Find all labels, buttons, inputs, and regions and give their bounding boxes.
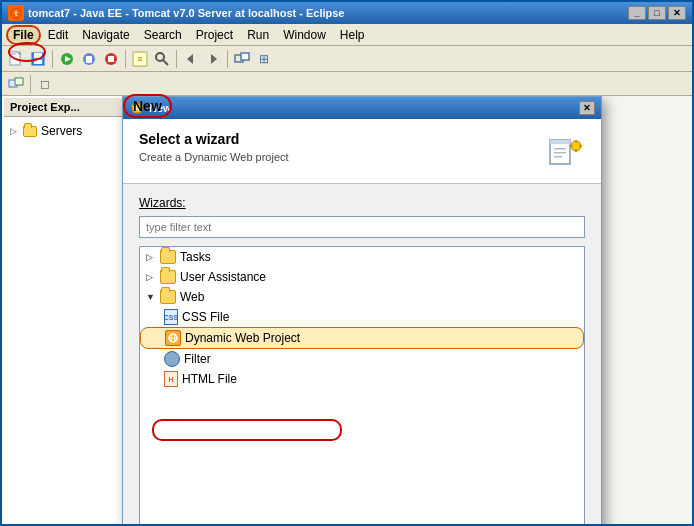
debug-button[interactable] [79, 49, 99, 69]
wizard-tree-item-filter[interactable]: Filter [140, 349, 584, 369]
wizard-tree-item-dynamic-web[interactable]: Dynamic Web Project [140, 327, 584, 349]
forward-button[interactable] [203, 49, 223, 69]
run-button[interactable] [57, 49, 77, 69]
wizard-label-dynamic-web: Dynamic Web Project [185, 331, 300, 345]
eclipse-window: t tomcat7 - Java EE - Tomcat v7.0 Server… [0, 0, 694, 526]
dialog-body: Wizards: ▷ Tasks ▷ User Assistance [123, 184, 601, 524]
dialog-title-icon [129, 100, 145, 116]
maximize-button[interactable]: □ [648, 6, 666, 20]
svg-rect-25 [15, 78, 23, 85]
dialog-header: Select a wizard Create a Dynamic Web pro… [123, 119, 601, 184]
svg-rect-8 [34, 60, 42, 64]
svg-point-17 [156, 53, 164, 61]
menu-file[interactable]: File [6, 25, 41, 45]
tree-arrow-tasks: ▷ [146, 252, 160, 262]
window-title: tomcat7 - Java EE - Tomcat v7.0 Server a… [28, 7, 628, 19]
dialog-header-icon [545, 131, 585, 171]
sidebar-label-servers: Servers [41, 124, 82, 138]
folder-icon-tasks [160, 250, 176, 264]
html-file-icon: H [164, 371, 178, 387]
svg-rect-22 [241, 53, 249, 60]
app-icon: t [8, 5, 24, 21]
title-bar: t tomcat7 - Java EE - Tomcat v7.0 Server… [2, 2, 692, 24]
menu-project[interactable]: Project [189, 25, 240, 45]
menu-search[interactable]: Search [137, 25, 189, 45]
menu-help[interactable]: Help [333, 25, 372, 45]
perspective-button[interactable] [232, 49, 252, 69]
dialog-wizard-title: Select a wizard [139, 131, 535, 147]
toolbar-sep-2 [125, 50, 126, 68]
toolbar-row-2: ◻ [2, 72, 692, 96]
tree-arrow-web: ▼ [146, 292, 160, 302]
dialog-title-bar: New ✕ [123, 97, 601, 119]
wizard-tree-item-user-assistance[interactable]: ▷ User Assistance [140, 267, 584, 287]
back-button[interactable] [181, 49, 201, 69]
toolbar-sep-1 [52, 50, 53, 68]
folder-icon-user-assistance [160, 270, 176, 284]
svg-text:t: t [15, 9, 18, 18]
svg-rect-32 [554, 152, 566, 154]
java-ee-button[interactable] [6, 74, 26, 94]
new-wizard-dialog: New ✕ Select a wizard Create a Dynamic W… [122, 96, 602, 524]
new-file-button[interactable] [6, 49, 26, 69]
svg-text:⊞: ⊞ [259, 52, 269, 66]
svg-marker-19 [187, 54, 193, 64]
svg-rect-33 [554, 156, 562, 158]
svg-rect-7 [34, 53, 42, 58]
svg-rect-30 [550, 140, 570, 144]
toolbar-btn-2[interactable]: ◻ [35, 74, 55, 94]
tree-arrow-user-assistance: ▷ [146, 272, 160, 282]
toolbar2-sep-1 [30, 75, 31, 93]
wizards-label: Wizards: [139, 196, 585, 210]
wizard-tree: ▷ Tasks ▷ User Assistance ▼ Web [139, 246, 585, 524]
toolbar-sep-4 [227, 50, 228, 68]
menu-navigate[interactable]: Navigate [75, 25, 136, 45]
wizard-tree-item-tasks[interactable]: ▷ Tasks [140, 247, 584, 267]
menu-bar: File Edit Navigate Search Project Run Wi… [2, 24, 692, 46]
wizard-filter-input[interactable] [139, 216, 585, 238]
save-button[interactable] [28, 49, 48, 69]
dialog-title-text: New [149, 102, 172, 114]
main-content: Project Exp... ▷ Servers [2, 96, 692, 524]
toolbar-sep-3 [176, 50, 177, 68]
wizard-label-filter: Filter [184, 352, 211, 366]
window-controls: _ □ ✕ [628, 6, 686, 20]
svg-marker-20 [211, 54, 217, 64]
wizard-label-web: Web [180, 290, 204, 304]
search-button[interactable] [152, 49, 172, 69]
wizard-tree-item-html-file[interactable]: H HTML File [140, 369, 584, 389]
wizard-tree-item-css-file[interactable]: CSS CSS File [140, 307, 584, 327]
svg-rect-12 [86, 56, 92, 63]
filter-icon [164, 351, 180, 367]
external-tools-button[interactable]: ≡ [130, 49, 150, 69]
wizard-label-html-file: HTML File [182, 372, 237, 386]
folder-icon-servers [22, 123, 38, 139]
wizard-label-css-file: CSS File [182, 310, 229, 324]
open-perspective-button[interactable]: ⊞ [254, 49, 274, 69]
close-button[interactable]: ✕ [668, 6, 686, 20]
wizard-label-tasks: Tasks [180, 250, 211, 264]
dynamic-web-project-icon [165, 330, 181, 346]
menu-run[interactable]: Run [240, 25, 276, 45]
svg-line-18 [163, 60, 168, 65]
svg-rect-14 [108, 56, 114, 62]
menu-edit[interactable]: Edit [41, 25, 76, 45]
svg-text:≡: ≡ [137, 54, 142, 64]
dialog-header-text: Select a wizard Create a Dynamic Web pro… [139, 131, 535, 163]
wizard-label-user-assistance: User Assistance [180, 270, 266, 284]
svg-rect-3 [10, 52, 16, 55]
stop-button[interactable] [101, 49, 121, 69]
css-file-icon: CSS [164, 309, 178, 325]
svg-rect-31 [554, 148, 566, 150]
dialog-close-button[interactable]: ✕ [579, 101, 595, 115]
dialog-wizard-subtitle: Create a Dynamic Web project [139, 151, 535, 163]
folder-icon-web [160, 290, 176, 304]
svg-text:◻: ◻ [40, 77, 50, 91]
minimize-button[interactable]: _ [628, 6, 646, 20]
menu-window[interactable]: Window [276, 25, 333, 45]
wizard-tree-item-web[interactable]: ▼ Web [140, 287, 584, 307]
tree-arrow-servers: ▷ [10, 126, 22, 136]
toolbar-row-1: ≡ ⊞ [2, 46, 692, 72]
